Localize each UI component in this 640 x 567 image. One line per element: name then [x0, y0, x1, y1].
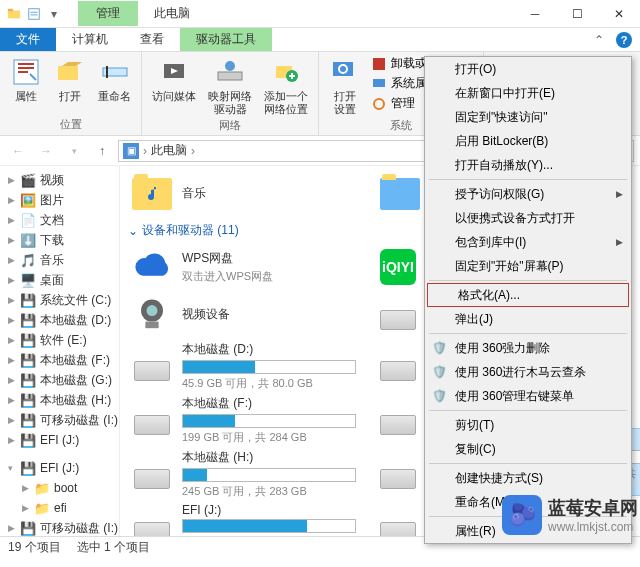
- doc-icon: 📄: [20, 212, 36, 228]
- open-settings-button[interactable]: 打开 设置: [325, 54, 365, 118]
- menu-cut[interactable]: 剪切(T): [425, 413, 631, 437]
- drive-tools-tab[interactable]: 驱动器工具: [180, 28, 272, 51]
- iqiyi-item[interactable]: iQIYI 爱: [378, 243, 418, 291]
- menu-separator: [429, 333, 627, 334]
- tree-item[interactable]: ▶💾软件 (E:): [0, 330, 119, 350]
- expand-icon[interactable]: ▶: [8, 335, 15, 345]
- menu-eject[interactable]: 弹出(J): [425, 307, 631, 331]
- tree-item[interactable]: ▶💾本地磁盘 (G:): [0, 370, 119, 390]
- menu-360-virus[interactable]: 🛡️使用 360进行木马云查杀: [425, 360, 631, 384]
- tree-item[interactable]: ▾💾EFI (J:): [0, 458, 119, 478]
- menu-library[interactable]: 包含到库中(I)▶: [425, 230, 631, 254]
- menu-pin-start[interactable]: 固定到"开始"屏幕(P): [425, 254, 631, 278]
- local-drive[interactable]: 本地磁盘 (D:) 45.9 GB 可用，共 80.0 GB: [128, 339, 358, 393]
- tree-item[interactable]: ▶⬇️下载: [0, 230, 119, 250]
- view-tab[interactable]: 查看: [124, 28, 180, 51]
- computer-tab[interactable]: 计算机: [56, 28, 124, 51]
- menu-copy[interactable]: 复制(C): [425, 437, 631, 461]
- tree-item[interactable]: ▶💾本地磁盘 (F:): [0, 350, 119, 370]
- add-location-button[interactable]: 添加一个 网络位置: [260, 54, 312, 118]
- expand-icon[interactable]: ▶: [8, 415, 15, 425]
- properties-button[interactable]: 属性: [6, 54, 46, 105]
- expand-icon[interactable]: ▶: [8, 275, 15, 285]
- tree-item[interactable]: ▶📁efi: [0, 498, 119, 518]
- menu-bitlocker[interactable]: 启用 BitLocker(B): [425, 129, 631, 153]
- expand-icon[interactable]: ▶: [8, 175, 15, 185]
- file-tab[interactable]: 文件: [0, 28, 56, 51]
- open-button[interactable]: 打开: [50, 54, 90, 105]
- properties-icon[interactable]: [26, 6, 42, 22]
- tree-item[interactable]: ▶💾本地磁盘 (D:): [0, 310, 119, 330]
- menu-360-delete[interactable]: 🛡️使用 360强力删除: [425, 336, 631, 360]
- tree-item[interactable]: ▶🎬视频: [0, 170, 119, 190]
- local-drive[interactable]: 本地磁盘 (F:) 199 GB 可用，共 284 GB: [128, 393, 358, 447]
- collapse-ribbon-icon[interactable]: ⌃: [594, 33, 604, 47]
- local-drive[interactable]: 软: [378, 339, 418, 393]
- manage-tab[interactable]: 管理: [78, 1, 138, 26]
- forward-button[interactable]: →: [34, 139, 58, 163]
- tree-label: efi: [54, 501, 67, 515]
- tree-item[interactable]: ▶💾系统文件 (C:): [0, 290, 119, 310]
- expand-icon[interactable]: ▶: [8, 355, 15, 365]
- wps-drive[interactable]: WPS网盘双击进入WPS网盘: [128, 243, 358, 291]
- menu-access[interactable]: 授予访问权限(G)▶: [425, 182, 631, 206]
- tree-item[interactable]: ▶💾EFI (J:): [0, 430, 119, 450]
- maximize-button[interactable]: ☐: [556, 0, 598, 28]
- navigation-pane[interactable]: ▶🎬视频▶🖼️图片▶📄文档▶⬇️下载▶🎵音乐▶🖥️桌面▶💾系统文件 (C:)▶💾…: [0, 166, 120, 536]
- menu-format[interactable]: 格式化(A)...: [427, 283, 629, 307]
- menu-shortcut[interactable]: 创建快捷方式(S): [425, 466, 631, 490]
- expand-icon[interactable]: ▶: [22, 503, 29, 513]
- tree-item[interactable]: ▶🎵音乐: [0, 250, 119, 270]
- expand-icon[interactable]: ▶: [8, 375, 15, 385]
- folder-icon[interactable]: [6, 6, 22, 22]
- tree-item[interactable]: ▶💾本地磁盘 (H:): [0, 390, 119, 410]
- minimize-button[interactable]: ─: [514, 0, 556, 28]
- folder-icon: [130, 172, 174, 216]
- rename-button[interactable]: 重命名: [94, 54, 135, 105]
- expand-icon[interactable]: ▶: [8, 195, 15, 205]
- recent-button[interactable]: ▾: [62, 139, 86, 163]
- qat-dropdown-icon[interactable]: ▾: [46, 6, 62, 22]
- tree-item[interactable]: ▶📄文档: [0, 210, 119, 230]
- expand-icon[interactable]: ▶: [8, 215, 15, 225]
- ribbon-group-location: 属性 打开 重命名 位置: [0, 52, 142, 135]
- map-drive-button[interactable]: 映射网络 驱动器: [204, 54, 256, 118]
- tree-item[interactable]: ▶💾可移动磁盘 (I:): [0, 518, 119, 536]
- back-button[interactable]: ←: [6, 139, 30, 163]
- expand-icon[interactable]: ▾: [8, 463, 13, 473]
- local-drive[interactable]: 本: [378, 393, 418, 447]
- local-drive[interactable]: [378, 501, 418, 536]
- menu-open[interactable]: 打开(O): [425, 57, 631, 81]
- help-icon[interactable]: ?: [616, 32, 632, 48]
- folder-desktop[interactable]: 桌: [378, 170, 418, 218]
- up-button[interactable]: ↑: [90, 139, 114, 163]
- tree-item[interactable]: ▶📁boot: [0, 478, 119, 498]
- local-drive[interactable]: EFI (J:) 122 MB 可用，共 447 MB: [128, 501, 358, 536]
- menu-autoplay[interactable]: 打开自动播放(Y)...: [425, 153, 631, 177]
- folder-music[interactable]: 音乐: [128, 170, 358, 218]
- menu-open-new[interactable]: 在新窗口中打开(E): [425, 81, 631, 105]
- video-device[interactable]: 视频设备: [128, 291, 358, 339]
- expand-icon[interactable]: ▶: [8, 523, 15, 533]
- expand-icon[interactable]: ▶: [8, 315, 15, 325]
- local-drive[interactable]: 本地磁盘 (H:) 245 GB 可用，共 283 GB: [128, 447, 358, 501]
- expand-icon[interactable]: ▶: [8, 255, 15, 265]
- drive-title: 本地磁盘 (H:): [182, 449, 356, 466]
- folder-icon: [380, 172, 420, 216]
- menu-360-rightmenu[interactable]: 🛡️使用 360管理右键菜单: [425, 384, 631, 408]
- access-media-button[interactable]: 访问媒体: [148, 54, 200, 105]
- local-drive[interactable]: 可: [378, 447, 418, 501]
- system-props-icon: [371, 76, 387, 92]
- tree-item[interactable]: ▶💾可移动磁盘 (I:): [0, 410, 119, 430]
- menu-portable[interactable]: 以便携式设备方式打开: [425, 206, 631, 230]
- close-button[interactable]: ✕: [598, 0, 640, 28]
- expand-icon[interactable]: ▶: [22, 483, 29, 493]
- menu-pin-quick[interactable]: 固定到"快速访问": [425, 105, 631, 129]
- expand-icon[interactable]: ▶: [8, 435, 15, 445]
- tree-item[interactable]: ▶🖼️图片: [0, 190, 119, 210]
- expand-icon[interactable]: ▶: [8, 295, 15, 305]
- expand-icon[interactable]: ▶: [8, 395, 15, 405]
- system-drive[interactable]: 系: [378, 291, 418, 339]
- tree-item[interactable]: ▶🖥️桌面: [0, 270, 119, 290]
- expand-icon[interactable]: ▶: [8, 235, 15, 245]
